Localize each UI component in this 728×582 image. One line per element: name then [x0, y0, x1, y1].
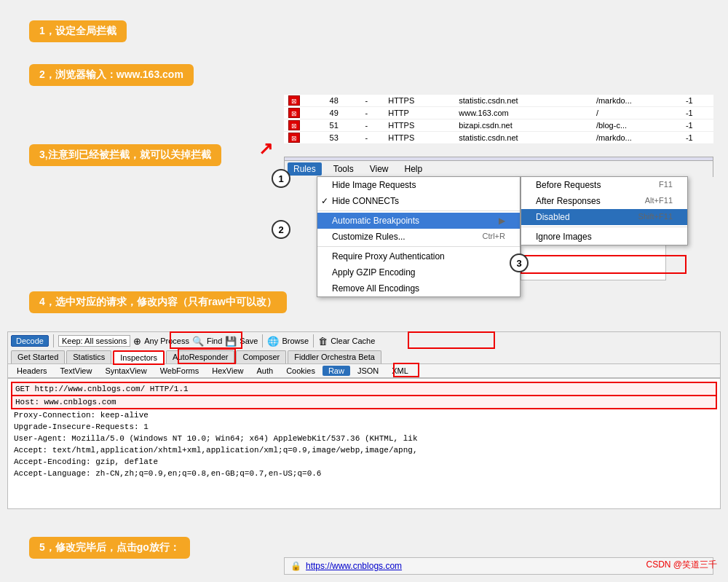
row-icon: ⊠ [288, 95, 300, 106]
menu-item-view[interactable]: View [365, 162, 393, 176]
step1-text: 1，设定全局拦截 [39, 25, 116, 36]
http-line-5: User-Agent: Mozilla/5.0 (Windows NT 10.0… [11, 433, 717, 444]
sub-tab-json[interactable]: JSON [352, 366, 384, 376]
tab-composer[interactable]: Composer [236, 350, 286, 365]
circle-2: 2 [272, 220, 290, 239]
step5-annotation: 5，修改完毕后，点击go放行： [29, 537, 190, 559]
menu-apply-gzip[interactable]: Apply GZIP Encoding [317, 264, 520, 280]
step2-annotation: 2，浏览器输入：www.163.com [29, 64, 194, 86]
keep-sessions-dropdown[interactable]: Keep: All sessions [58, 335, 130, 347]
network-table: ⊠ 48 - HTTPS statistic.csdn.net /markdo.… [284, 95, 713, 144]
table-row[interactable]: ⊠ 53 - HTTPS statistic.csdn.net /markdo.… [284, 132, 713, 144]
browse-icon: 🌐 [267, 336, 279, 347]
sub-tabs: HeadersTextViewSyntaxViewWebFormsHexView… [7, 363, 721, 378]
step4-annotation: 4，选中对应的请求，修改内容（只有raw中可以改） [29, 291, 287, 313]
lock-icon: 🔒 [290, 561, 301, 571]
separator-2 [262, 334, 263, 347]
http-line-4: Upgrade-Insecure-Requests: 1 [11, 421, 717, 433]
find-icon: 🔍 [192, 336, 204, 347]
bp-disabled[interactable]: Disabled Shift+F11 [521, 209, 687, 225]
browse-label[interactable]: Browse [282, 337, 309, 345]
sub-tab-xml[interactable]: XML [386, 366, 414, 376]
csdn-watermark: CSDN @笑道三千 [646, 559, 717, 571]
http-line-8: Accept-Language: zh-CN,zh;q=0.9,en;q=0.8… [11, 468, 717, 479]
step1-annotation: 1，设定全局拦截 [29, 20, 127, 42]
http-content-area: GET http://www.cnblogs.com/ HTTP/1.1Host… [7, 378, 721, 509]
arrow-annotation: ↗ [258, 138, 273, 159]
bp-ignore-images[interactable]: Ignore Images [521, 229, 687, 245]
step2-text: 2，浏览器输入：www.163.com [39, 68, 183, 80]
bp-before-requests[interactable]: Before Requests F11 [521, 177, 687, 193]
sub-tab-headers[interactable]: Headers [11, 366, 53, 376]
clear-cache-icon: 🗑 [318, 336, 328, 347]
step3-text: 3,注意到已经被拦截，就可以关掉拦截 [39, 149, 211, 160]
tab-statistics[interactable]: Statistics [66, 350, 111, 365]
row-icon: ⊠ [288, 133, 300, 143]
menu-hide-image[interactable]: Hide Image Requests [317, 177, 520, 193]
menu-item-rules[interactable]: Rules [288, 162, 322, 176]
circle-3: 3 [510, 253, 529, 272]
menu-require-proxy[interactable]: Require Proxy Authentication [317, 248, 520, 264]
menu-remove-encodings[interactable]: Remove All Encodings [317, 280, 520, 296]
url-text[interactable]: https://www.cnblogs.com [306, 561, 402, 571]
sub-tab-textview[interactable]: TextView [55, 366, 98, 376]
separator-3 [313, 334, 314, 347]
csdn-text: CSDN @笑道三千 [646, 559, 717, 570]
sub-tab-auth[interactable]: Auth [251, 366, 280, 376]
sub-tab-webforms[interactable]: WebForms [154, 366, 205, 376]
circle-1: 1 [272, 169, 290, 188]
row-icon: ⊠ [288, 120, 300, 130]
step4-text: 4，选中对应的请求，修改内容（只有raw中可以改） [39, 296, 277, 307]
sub-tab-syntaxview[interactable]: SyntaxView [99, 366, 152, 376]
tab-autoresponder[interactable]: AutoResponder [166, 350, 234, 365]
save-label[interactable]: Save [240, 337, 258, 345]
breakpoints-submenu: Before Requests F11 After Responses Alt+… [521, 176, 688, 245]
save-icon: 💾 [225, 336, 237, 347]
menu-customize-rules[interactable]: Customize Rules... Ctrl+R [317, 229, 520, 245]
http-line-2: Host: www.cnblogs.com [11, 396, 717, 409]
any-process-label[interactable]: Any Process [144, 337, 189, 345]
fiddler-tabs: Get StartedStatisticsInspectorsAutoRespo… [7, 349, 721, 365]
table-row[interactable]: ⊠ 51 - HTTPS bizapi.csdn.net /blog-c... … [284, 119, 713, 132]
clear-cache-label[interactable]: Clear Cache [331, 337, 375, 345]
table-row[interactable]: ⊠ 49 - HTTP www.163.com / -1 [284, 107, 713, 119]
row-icon: ⊠ [288, 108, 300, 118]
step5-text: 5，修改完毕后，点击go放行： [39, 541, 180, 553]
decode-button[interactable]: Decode [11, 335, 49, 347]
http-line-7: Accept-Encoding: gzip, deflate [11, 456, 717, 468]
fiddler-menubar: Rules Tools View Help [284, 160, 713, 177]
menu-hide-connects[interactable]: Hide CONNECTs [317, 193, 520, 209]
sub-tab-cookies[interactable]: Cookies [280, 366, 321, 376]
step3-annotation: 3,注意到已经被拦截，就可以关掉拦截 [29, 144, 221, 166]
tab-inspectors[interactable]: Inspectors [113, 350, 165, 365]
table-row[interactable]: ⊠ 48 - HTTPS statistic.csdn.net /markdo.… [284, 95, 713, 107]
menu-automatic-breakpoints[interactable]: Automatic Breakpoints ▶ [317, 213, 520, 229]
fiddler-toolbar: Decode Keep: All sessions ⊕ Any Process … [7, 331, 721, 350]
any-process-icon: ⊕ [133, 336, 141, 347]
rules-dropdown: Hide Image Requests Hide CONNECTs Automa… [317, 176, 521, 297]
separator-1 [53, 334, 54, 347]
sub-tab-raw[interactable]: Raw [323, 366, 350, 376]
menu-item-help[interactable]: Help [400, 162, 427, 176]
http-line-1: GET http://www.cnblogs.com/ HTTP/1.1 [11, 382, 717, 396]
menu-item-tools[interactable]: Tools [329, 162, 358, 176]
http-line-6: Accept: text/html,application/xhtml+xml,… [11, 444, 717, 456]
http-line-3: Proxy-Connection: keep-alive [11, 409, 717, 421]
sub-tab-hexview[interactable]: HexView [206, 366, 249, 376]
bp-after-responses[interactable]: After Responses Alt+F11 [521, 193, 687, 209]
find-label[interactable]: Find [207, 337, 222, 345]
tab-fiddler-orchestra-beta[interactable]: Fiddler Orchestra Beta [288, 350, 381, 365]
tab-get-started[interactable]: Get Started [11, 350, 65, 365]
